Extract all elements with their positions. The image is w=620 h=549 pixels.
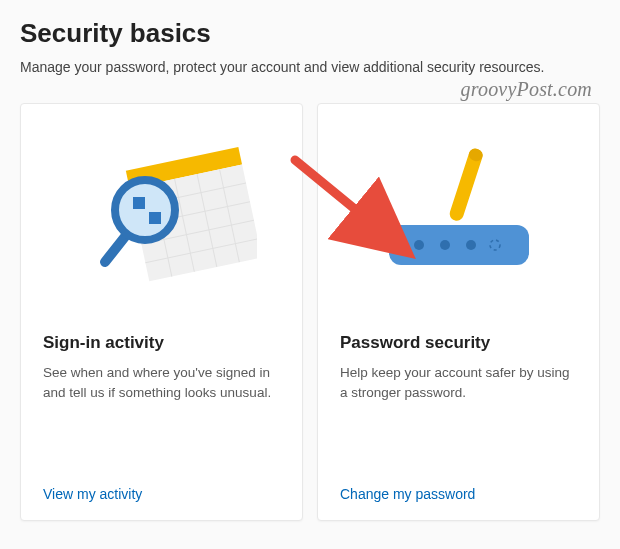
card-title-password: Password security bbox=[340, 333, 577, 353]
password-pen-icon bbox=[359, 137, 559, 297]
card-title-signin: Sign-in activity bbox=[43, 333, 280, 353]
svg-point-11 bbox=[115, 180, 175, 240]
svg-point-20 bbox=[440, 240, 450, 250]
view-my-activity-link[interactable]: View my activity bbox=[43, 486, 280, 502]
svg-rect-18 bbox=[389, 225, 529, 265]
card-signin-activity[interactable]: Sign-in activity See when and where you'… bbox=[20, 103, 303, 521]
signin-activity-illustration bbox=[43, 124, 280, 309]
security-cards: Sign-in activity See when and where you'… bbox=[20, 103, 600, 521]
card-desc-password: Help keep your account safer by using a … bbox=[340, 363, 577, 474]
card-password-security[interactable]: Password security Help keep your account… bbox=[317, 103, 600, 521]
page-title: Security basics bbox=[20, 18, 600, 49]
svg-rect-13 bbox=[149, 212, 161, 224]
svg-point-19 bbox=[414, 240, 424, 250]
watermark: groovyPost.com bbox=[461, 78, 592, 101]
password-security-illustration bbox=[340, 124, 577, 309]
page-subtitle: Manage your password, protect your accou… bbox=[20, 59, 600, 75]
change-my-password-link[interactable]: Change my password bbox=[340, 486, 577, 502]
card-desc-signin: See when and where you've signed in and … bbox=[43, 363, 280, 474]
svg-point-21 bbox=[466, 240, 476, 250]
svg-rect-12 bbox=[133, 197, 145, 209]
calendar-magnifier-icon bbox=[67, 137, 257, 297]
